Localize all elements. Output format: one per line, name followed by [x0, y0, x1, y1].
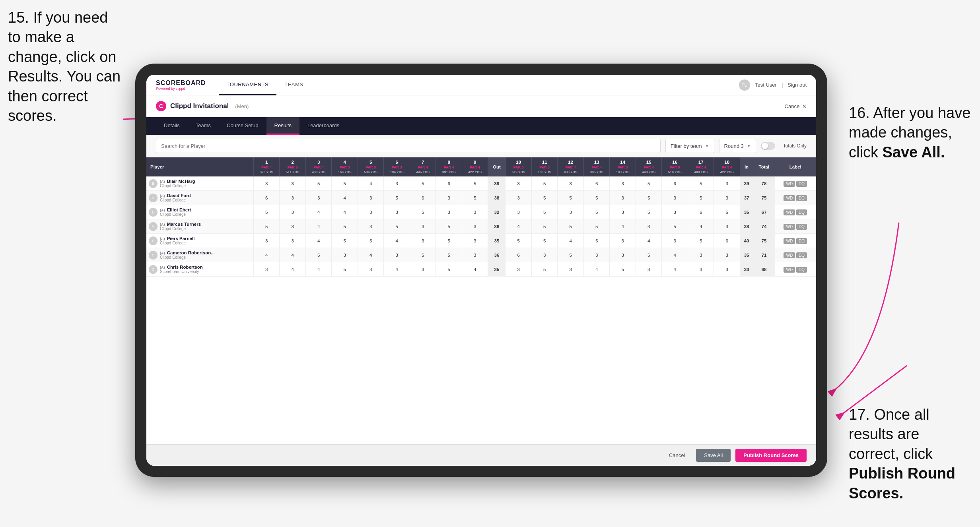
- score-h7[interactable]: [410, 262, 436, 277]
- score-h8[interactable]: [436, 219, 462, 234]
- score-input[interactable]: [417, 238, 428, 243]
- score-h7[interactable]: [410, 219, 436, 234]
- score-input[interactable]: [287, 196, 298, 200]
- score-h11[interactable]: [531, 219, 558, 234]
- score-input[interactable]: [313, 238, 324, 243]
- score-input[interactable]: [721, 238, 733, 243]
- wd-button[interactable]: WD: [784, 267, 795, 273]
- wd-button[interactable]: WD: [784, 195, 795, 201]
- score-input[interactable]: [469, 238, 480, 243]
- score-input[interactable]: [287, 210, 298, 215]
- score-input[interactable]: [669, 238, 681, 243]
- score-h17[interactable]: [688, 262, 714, 277]
- score-h12[interactable]: [558, 219, 584, 234]
- score-input[interactable]: [469, 224, 480, 229]
- score-h6[interactable]: [384, 205, 410, 219]
- score-h7[interactable]: [410, 248, 436, 262]
- score-h12[interactable]: [558, 262, 584, 277]
- score-h2[interactable]: [280, 248, 306, 262]
- score-input[interactable]: [591, 210, 602, 215]
- score-h3[interactable]: [305, 248, 332, 262]
- score-input[interactable]: [513, 238, 524, 243]
- nav-teams[interactable]: TEAMS: [276, 75, 311, 95]
- score-h8[interactable]: [436, 191, 462, 205]
- score-h16[interactable]: [662, 176, 688, 191]
- score-h6[interactable]: [384, 176, 410, 191]
- score-h16[interactable]: [662, 205, 688, 219]
- score-h2[interactable]: [280, 191, 306, 205]
- score-h4[interactable]: [332, 176, 358, 191]
- dq-button[interactable]: DQ: [796, 209, 807, 215]
- score-input[interactable]: [643, 267, 654, 272]
- score-input[interactable]: [365, 253, 376, 258]
- score-h11[interactable]: [531, 205, 558, 219]
- score-h9[interactable]: [462, 205, 488, 219]
- score-h14[interactable]: [610, 262, 636, 277]
- score-input[interactable]: [539, 210, 550, 215]
- score-input[interactable]: [695, 253, 706, 258]
- score-input[interactable]: [443, 210, 455, 215]
- tab-details[interactable]: Details: [156, 117, 188, 135]
- score-input[interactable]: [513, 210, 524, 215]
- score-input[interactable]: [417, 267, 428, 272]
- score-input[interactable]: [513, 224, 524, 229]
- score-h10[interactable]: [506, 176, 532, 191]
- score-h5[interactable]: [358, 219, 384, 234]
- score-h18[interactable]: [714, 205, 740, 219]
- score-input[interactable]: [417, 224, 428, 229]
- score-input[interactable]: [591, 267, 602, 272]
- score-h8[interactable]: [436, 234, 462, 248]
- score-h3[interactable]: [305, 234, 332, 248]
- score-h7[interactable]: [410, 191, 436, 205]
- score-h10[interactable]: [506, 248, 532, 262]
- score-h16[interactable]: [662, 219, 688, 234]
- score-input[interactable]: [721, 224, 733, 229]
- tab-teams[interactable]: Teams: [188, 117, 219, 135]
- score-h7[interactable]: [410, 176, 436, 191]
- score-input[interactable]: [721, 181, 733, 186]
- score-input[interactable]: [695, 181, 706, 186]
- score-h18[interactable]: [714, 248, 740, 262]
- dq-button[interactable]: DQ: [796, 195, 807, 201]
- score-h1[interactable]: [253, 234, 280, 248]
- score-h9[interactable]: [462, 262, 488, 277]
- score-h7[interactable]: [410, 234, 436, 248]
- score-h12[interactable]: [558, 176, 584, 191]
- score-input[interactable]: [513, 181, 524, 186]
- score-h15[interactable]: [636, 205, 662, 219]
- dq-button[interactable]: DQ: [796, 267, 807, 273]
- score-input[interactable]: [695, 267, 706, 272]
- score-h18[interactable]: [714, 191, 740, 205]
- score-h6[interactable]: [384, 262, 410, 277]
- score-h5[interactable]: [358, 262, 384, 277]
- score-input[interactable]: [591, 224, 602, 229]
- score-input[interactable]: [643, 253, 654, 258]
- score-input[interactable]: [469, 253, 480, 258]
- score-input[interactable]: [565, 253, 576, 258]
- score-input[interactable]: [443, 267, 455, 272]
- score-input[interactable]: [695, 238, 706, 243]
- score-input[interactable]: [539, 238, 550, 243]
- score-input[interactable]: [539, 224, 550, 229]
- score-input[interactable]: [391, 210, 402, 215]
- score-h15[interactable]: [636, 248, 662, 262]
- score-h17[interactable]: [688, 219, 714, 234]
- score-input[interactable]: [417, 181, 428, 186]
- save-all-button[interactable]: Save All: [696, 449, 731, 462]
- score-h15[interactable]: [636, 262, 662, 277]
- score-h9[interactable]: [462, 191, 488, 205]
- score-input[interactable]: [339, 267, 350, 272]
- score-h15[interactable]: [636, 234, 662, 248]
- score-input[interactable]: [643, 238, 654, 243]
- score-input[interactable]: [261, 238, 272, 243]
- wd-button[interactable]: WD: [784, 209, 795, 215]
- score-h12[interactable]: [558, 234, 584, 248]
- score-input[interactable]: [617, 238, 628, 243]
- score-input[interactable]: [261, 253, 272, 258]
- score-input[interactable]: [669, 267, 681, 272]
- score-input[interactable]: [443, 224, 455, 229]
- cancel-button[interactable]: Cancel: [663, 449, 691, 461]
- score-input[interactable]: [669, 196, 681, 200]
- score-h16[interactable]: [662, 248, 688, 262]
- score-h11[interactable]: [531, 262, 558, 277]
